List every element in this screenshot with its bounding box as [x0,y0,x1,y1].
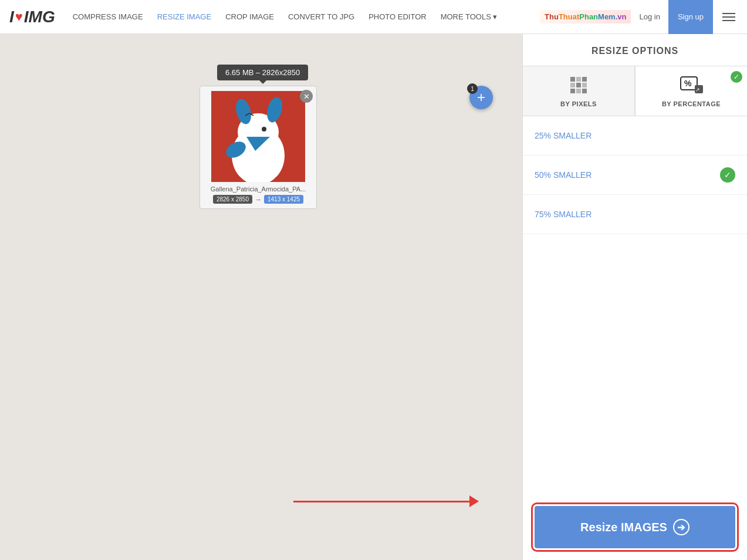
svg-point-6 [262,127,266,131]
original-dimensions-badge: 2826 x 2850 [213,195,252,204]
main-nav: COMPRESS IMAGE RESIZE IMAGE CROP IMAGE C… [73,12,540,21]
percentage-svg-icon: % ↗ [678,75,704,96]
resize-btn-circle-icon: ➔ [673,519,689,535]
arrow-head-icon [469,495,479,507]
brand-thu: Thu [545,12,559,21]
image-svg [211,91,305,182]
header: I ♥ IMG COMPRESS IMAGE RESIZE IMAGE CROP… [0,0,747,34]
option-50-label: 50% SMALLER [535,170,720,180]
sidebar-spacer [523,234,747,494]
logo-i: I [9,8,14,26]
image-count-badge: 1 [467,83,478,94]
resize-arrow [293,495,479,507]
tab-by-pixels[interactable]: BY PIXELS [523,66,635,116]
tab-percentage-label: BY PERCENTAGE [662,100,721,107]
tab-by-percentage[interactable]: ✓ % ↗ BY PERCENTAGE [635,66,747,116]
sidebar-title: RESIZE OPTIONS [523,34,747,66]
hamburger-line-2 [722,16,735,18]
nav-item-resize[interactable]: RESIZE IMAGE [157,12,211,21]
main-content: 6.65 MB – 2826x2850 ✕ [0,34,747,560]
nav-item-crop[interactable]: CROP IMAGE [225,12,274,21]
hamburger-line-3 [722,20,735,21]
pixels-grid-icon [570,77,587,93]
tab-percentage-check-icon: ✓ [731,71,742,83]
image-filename: Gallena_Patricia_Armocida_PA... [205,185,312,193]
logo-heart-icon: ♥ [15,9,23,25]
option-50-percent[interactable]: 50% SMALLER ✓ [523,156,747,195]
image-card-close-button[interactable]: ✕ [300,90,313,103]
image-preview [211,91,305,182]
option-75-percent[interactable]: 75% SMALLER [523,195,747,234]
header-right: ThuThuatPhanMem.vn Log in Sign up [540,0,738,34]
plus-icon: + [477,90,485,104]
image-card: ✕ [200,86,317,209]
brand-thuat: Thuat [559,12,579,21]
signup-button[interactable]: Sign up [668,0,713,34]
login-button[interactable]: Log in [631,8,668,26]
option-25-label: 25% SMALLER [535,131,735,140]
brand-vn: .vn [616,12,627,21]
brand-watermark: ThuThuatPhanMem.vn [540,10,631,23]
dimensions-arrow-icon: → [255,195,262,204]
sidebar: RESIZE OPTIONS BY [522,34,747,560]
new-dimensions-badge: 1413 x 1425 [264,195,303,204]
canvas-area: 6.65 MB – 2826x2850 ✕ [0,34,522,560]
resize-tabs: BY PIXELS ✓ % ↗ BY PERCENTAGE [523,66,747,116]
tab-pixels-label: BY PIXELS [560,100,597,107]
svg-text:%: % [684,79,692,88]
option-25-percent[interactable]: 25% SMALLER [523,116,747,156]
resize-images-button[interactable]: Resize IMAGES ➔ [535,506,735,548]
hamburger-menu-button[interactable] [720,11,738,23]
nav-item-photo-editor[interactable]: PHOTO EDITOR [369,12,426,21]
svg-text:↗: ↗ [695,87,700,93]
resize-btn-label: Resize IMAGES [580,521,667,534]
brand-phan: Phan [579,12,598,21]
nav-item-compress[interactable]: COMPRESS IMAGE [73,12,143,21]
nav-item-more-tools[interactable]: MORE TOOLS ▾ [441,12,498,21]
image-dimensions: 2826 x 2850 → 1413 x 1425 [205,195,312,204]
add-image-button[interactable]: 1 + [469,86,493,109]
image-tooltip: 6.65 MB – 2826x2850 [217,65,308,80]
hamburger-line-1 [722,13,735,14]
nav-item-convert[interactable]: CONVERT TO JPG [288,12,354,21]
option-75-label: 75% SMALLER [535,210,735,219]
percentage-icon: % ↗ [678,75,704,96]
resize-btn-container: Resize IMAGES ➔ [523,494,747,560]
brand-mem: Mem [598,12,616,21]
arrow-line [293,501,469,502]
logo-img: IMG [24,8,55,26]
logo[interactable]: I ♥ IMG [9,8,55,26]
option-50-check-icon: ✓ [720,167,735,183]
pixels-icon [566,75,591,96]
